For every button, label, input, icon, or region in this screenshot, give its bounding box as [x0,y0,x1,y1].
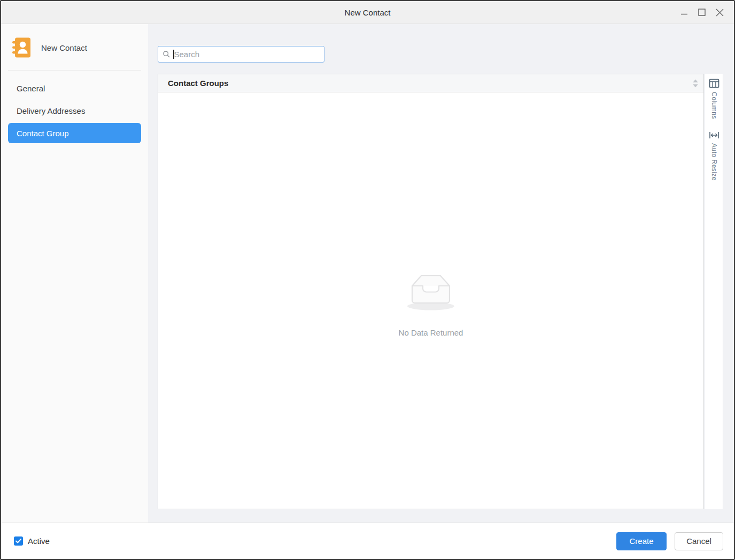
active-checkbox-label: Active [28,536,50,546]
column-header-contact-groups: Contact Groups [168,79,228,88]
new-contact-dialog: New Contact [0,0,735,560]
maximize-button[interactable] [697,7,707,17]
sidebar: New Contact General Delivery Addresses C… [1,24,148,523]
sort-desc-icon [693,84,698,87]
sidebar-header: New Contact [1,24,148,70]
minimize-button[interactable] [679,7,689,17]
auto-resize-icon [709,131,719,139]
minimize-icon [681,9,688,16]
search-box[interactable] [158,46,324,63]
columns-label: Columns [710,92,718,119]
sidebar-nav: General Delivery Addresses Contact Group [1,78,148,145]
auto-resize-button[interactable]: Auto Resize [709,131,719,181]
contact-groups-table: Contact Groups [158,74,704,509]
table-body: No Data Returned [158,92,703,509]
empty-state: No Data Returned [399,264,463,337]
sidebar-title: New Contact [41,43,87,52]
search-icon [163,51,170,58]
checkmark-icon [16,539,21,543]
empty-inbox-icon [401,264,461,311]
close-button[interactable] [715,7,724,17]
window-controls [679,1,724,24]
cancel-button[interactable]: Cancel [675,532,723,550]
active-checkbox-field[interactable]: Active [14,536,50,546]
columns-button[interactable]: Columns [709,79,719,119]
sidebar-item-delivery-addresses[interactable]: Delivery Addresses [8,100,141,121]
sidebar-item-general[interactable]: General [8,78,141,98]
footer-bar: Active Create Cancel [1,523,734,559]
empty-state-text: No Data Returned [399,328,463,337]
table-side-toolbar: Columns Auto Resize [705,74,723,509]
sidebar-divider [8,70,141,71]
columns-icon [709,79,719,88]
window-title: New Contact [345,8,391,17]
sort-asc-icon [693,79,698,82]
titlebar: New Contact [1,1,734,24]
address-book-icon [12,37,32,58]
active-checkbox[interactable] [14,536,23,546]
search-input[interactable] [174,50,320,59]
main-content: Contact Groups [148,24,734,523]
auto-resize-label: Auto Resize [710,143,718,181]
create-button[interactable]: Create [616,532,667,550]
maximize-icon [698,9,706,16]
close-icon [716,9,724,17]
table-header-row[interactable]: Contact Groups [158,74,703,92]
sort-arrows[interactable] [693,79,698,87]
table-area: Contact Groups [158,74,723,509]
sidebar-item-contact-group[interactable]: Contact Group [8,123,141,143]
